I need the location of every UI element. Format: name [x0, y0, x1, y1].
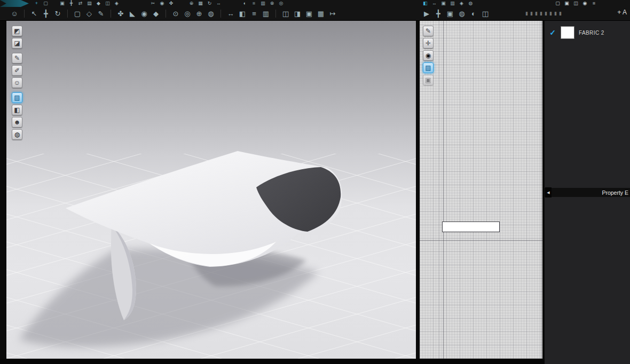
collapse-arrow-icon[interactable]: ◀ [545, 187, 552, 197]
slider-lines-icon[interactable]: ≡ [249, 7, 259, 20]
circle-dot-tool-icon[interactable]: ⊙ [171, 7, 180, 20]
texture-gem-icon[interactable]: ◈ [113, 0, 120, 7]
window-split-icon[interactable]: ◫ [572, 0, 579, 7]
fabric-swatch[interactable] [561, 26, 574, 39]
window-filled-icon[interactable]: ▣ [563, 0, 570, 7]
garment-3d-render [6, 20, 416, 359]
ring-tool-icon[interactable]: ◎ [183, 7, 192, 20]
scissors-tool-icon[interactable]: ✂ [149, 0, 156, 7]
toolbar-separator [111, 10, 111, 18]
layer-stack-icon[interactable]: ▤ [86, 0, 93, 7]
main-toolbar: +▢▣╋⇄▤◆◫◈✂◉✤⊕▦↻↔◐≡▥⊗◎◧↔▣▥◈◍▢▣◫◉≡ ☺↖╋↻▢◇✎… [0, 0, 630, 20]
sphere-tool-icon[interactable]: ◍ [206, 7, 216, 20]
sync-arrows-icon[interactable]: ⇄ [77, 0, 84, 7]
walk-avatar-icon[interactable]: ☺ [10, 7, 19, 20]
rotate-view-tool-icon[interactable]: ↻ [206, 0, 213, 7]
select-cursor-icon[interactable]: ↖ [29, 7, 39, 20]
frame-pattern-icon[interactable]: ▣ [445, 7, 455, 20]
quad-view-icon[interactable]: ▦ [316, 7, 326, 20]
edit-pattern-icon[interactable]: ✎ [423, 26, 434, 36]
single-view-icon[interactable]: ▣ [304, 7, 314, 20]
menu-lines-icon[interactable]: ≡ [590, 0, 597, 7]
dock-panel-icon[interactable]: ◧ [238, 7, 247, 20]
fabric-list-item[interactable]: ✓ FABRIC 2 [545, 25, 630, 41]
align-edge-icon[interactable]: ↦ [328, 7, 337, 20]
toolbar-cluster: ⊕▦↻↔ [188, 0, 222, 7]
environment-globe-icon[interactable]: ◍ [12, 129, 22, 140]
3d-viewport[interactable]: ◩◪✎✐☺▨◧☻◍ [6, 20, 416, 359]
play-simulation-icon[interactable]: ▶ [422, 7, 431, 20]
sphere-display-icon[interactable]: ◍ [467, 0, 474, 7]
dock-left-panel-icon[interactable]: ◧ [422, 0, 429, 7]
link-tool-icon[interactable]: ⊗ [269, 0, 275, 7]
frame-window-icon[interactable]: ▣ [440, 0, 447, 7]
meter-bar-icon[interactable]: ▮ [545, 7, 547, 20]
property-editor-tab[interactable]: Property E [545, 188, 630, 197]
expand-arrows-icon[interactable]: ↔ [431, 0, 438, 7]
shoe-tool-icon[interactable]: ◣ [128, 7, 137, 20]
split-view-right-icon[interactable]: ◨ [293, 7, 302, 20]
selection-box-icon[interactable]: ▢ [42, 0, 49, 7]
show-avatar-icon[interactable]: ☺ [12, 77, 22, 88]
gem-display-icon[interactable]: ◈ [458, 0, 465, 7]
window-single-icon[interactable]: ▢ [554, 0, 561, 7]
add-circle-icon[interactable]: ⊕ [194, 7, 204, 20]
accessory-tool-icon[interactable]: ✤ [116, 7, 125, 20]
pin-tool-icon[interactable]: ◉ [139, 7, 149, 20]
texture-editor-icon[interactable]: ▨ [12, 92, 22, 103]
save-file-icon[interactable]: ▣ [59, 0, 66, 7]
show-mannequin-icon[interactable]: ☻ [12, 117, 22, 128]
pin-pattern-icon[interactable]: ✛ [423, 38, 434, 49]
move-cross-icon[interactable]: ╋ [68, 0, 75, 7]
meter-bar-icon[interactable]: ▮ [535, 7, 538, 20]
sphere-view-icon[interactable]: ◍ [457, 7, 467, 20]
brush-tool-icon[interactable]: ✎ [12, 53, 22, 64]
shade-view-icon[interactable]: ◐ [469, 7, 478, 20]
pen-tool-icon[interactable]: ✎ [96, 7, 106, 20]
button-tool-icon[interactable]: ◆ [151, 7, 161, 20]
fabric-name: FABRIC 2 [579, 30, 604, 36]
ornament-tool-icon[interactable]: ✤ [168, 0, 175, 7]
grid-snap-tool-icon[interactable]: ▦ [197, 0, 204, 7]
shade-half-tool-icon[interactable]: ◐ [241, 0, 248, 7]
show-garment-icon[interactable]: ◩ [12, 26, 22, 36]
meter-bar-icon[interactable]: ▮ [540, 7, 542, 20]
toolbar-cluster: ✂◉✤ [149, 0, 175, 7]
texture-editor-2d-icon[interactable]: ▨ [423, 62, 434, 73]
snap-diamond-icon[interactable]: ◆ [95, 0, 102, 7]
split-view-left-icon[interactable]: ◫ [281, 7, 290, 20]
rotate-gizmo-icon[interactable]: ↻ [53, 7, 62, 20]
measure-width-icon[interactable]: ↔ [226, 7, 235, 20]
mirror-panels-icon[interactable]: ◫ [104, 0, 111, 7]
meter-bar-icon[interactable]: ▮ [525, 7, 528, 20]
fabric-rolls-icon[interactable]: ▥ [259, 0, 266, 7]
add-button[interactable]: + A [617, 9, 627, 16]
pattern-outline-icon[interactable]: ◧ [12, 105, 22, 115]
stylus-tool-icon[interactable]: ✐ [12, 65, 22, 76]
meter-bar-icon[interactable]: ▮ [549, 7, 552, 20]
show-pattern-3d-icon[interactable]: ◪ [12, 38, 22, 49]
add-item-icon[interactable]: + [33, 0, 40, 7]
move-pattern-icon[interactable]: ╋ [434, 7, 443, 20]
toolbar-separator [67, 10, 68, 18]
2d-pattern-viewport[interactable]: ✎✛◉▨▣ [420, 20, 542, 359]
split-pattern-view-icon[interactable]: ◫ [481, 7, 490, 20]
move-gizmo-icon[interactable]: ╋ [41, 7, 51, 20]
pattern-piece[interactable] [442, 221, 500, 232]
meter-bar-icon[interactable]: ▮ [530, 7, 533, 20]
list-options-icon[interactable]: ≡ [250, 0, 257, 7]
info-badge-icon[interactable]: ◉ [423, 50, 434, 61]
roll-stack-icon[interactable]: ▥ [449, 0, 456, 7]
lasso-select-icon[interactable]: ◇ [84, 7, 94, 20]
fabric-stack-icon[interactable]: ▥ [261, 7, 271, 20]
3d-mode-toolbar: ◩◪✎✐☺▨◧☻◍ [12, 26, 22, 140]
meter-bar-icon[interactable]: ▮ [559, 7, 562, 20]
record-dot-icon[interactable]: ◎ [278, 0, 285, 7]
lock-pattern-icon[interactable]: ▣ [423, 75, 434, 85]
pin-target-icon[interactable]: ◉ [159, 0, 166, 7]
record-button-icon[interactable]: ◉ [581, 0, 588, 7]
add-circle-tool-icon[interactable]: ⊕ [188, 0, 195, 7]
measure-tool-icon[interactable]: ↔ [215, 0, 222, 7]
rect-select-icon[interactable]: ▢ [73, 7, 82, 20]
meter-bar-icon[interactable]: ▮ [554, 7, 557, 20]
